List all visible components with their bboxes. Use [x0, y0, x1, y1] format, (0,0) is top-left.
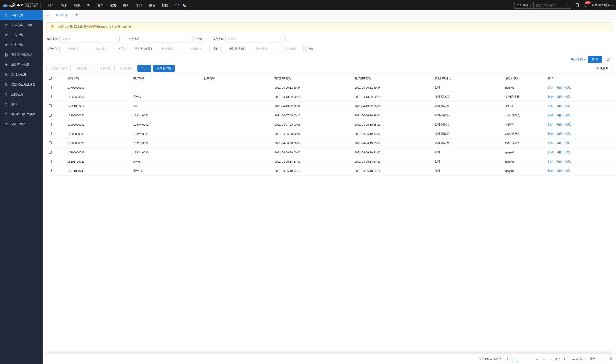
row-checkbox[interactable]: [49, 104, 52, 107]
pager-next[interactable]: >: [562, 356, 568, 362]
search-combo[interactable]: 手机号码: [514, 2, 571, 9]
op-assign[interactable]: 分配: [556, 150, 562, 154]
top-nav-item[interactable]: 线索: [71, 0, 84, 10]
op-assign[interactable]: 分配: [556, 113, 562, 117]
top-nav-item[interactable]: IM: [84, 0, 94, 10]
batch-claim-button[interactable]: 批量领取: [96, 65, 115, 72]
op-claim[interactable]: 领取: [565, 123, 571, 127]
op-delete[interactable]: 删除: [548, 123, 553, 127]
null-admin-region[interactable]: 空值: [194, 36, 204, 42]
op-claim[interactable]: 领取: [565, 113, 571, 117]
top-nav-item[interactable]: 客服: [58, 0, 71, 10]
search-type-select[interactable]: 手机号码: [515, 2, 534, 8]
op-delete[interactable]: 删除: [548, 86, 553, 90]
tab-list-icon[interactable]: [44, 13, 51, 17]
op-claim[interactable]: 领取: [565, 169, 571, 173]
op-assign[interactable]: 分配: [556, 160, 562, 164]
op-claim[interactable]: 领取: [565, 104, 571, 108]
op-assign[interactable]: 分配: [556, 141, 562, 145]
sidebar-item[interactable]: 测试昨日回库数据: [0, 109, 43, 119]
row-checkbox[interactable]: [49, 151, 52, 154]
op-assign[interactable]: 分配: [556, 86, 562, 90]
null-recent-call[interactable]: 空值: [305, 46, 315, 52]
top-nav-item[interactable]: 数据: [158, 0, 171, 10]
op-delete[interactable]: 删除: [548, 160, 553, 164]
top-nav-item[interactable]: 客户: [94, 0, 107, 10]
pager-page[interactable]: 4: [534, 356, 540, 362]
row-checkbox[interactable]: [49, 160, 52, 163]
sidebar-item[interactable]: 全部公海2: [0, 119, 43, 129]
select-admin-region[interactable]: [141, 36, 193, 42]
op-claim[interactable]: 领取: [565, 141, 571, 145]
pager-prev[interactable]: <: [504, 356, 510, 362]
select-abandon-type[interactable]: 请选择: [225, 36, 286, 42]
batch-delete-button[interactable]: 批量删除: [117, 65, 135, 72]
pager-page[interactable]: 3: [526, 356, 533, 362]
pager-last-page[interactable]: 6882: [554, 356, 560, 362]
notification-icon[interactable]: 99+: [583, 3, 589, 8]
sidebar-item[interactable]: 五月天公海: [0, 70, 43, 80]
op-delete[interactable]: 删除: [548, 95, 553, 99]
range-recent-call[interactable]: 开始日期~结束日期: [248, 46, 304, 52]
op-claim[interactable]: 领取: [565, 95, 571, 99]
user-menu[interactable]: 机构管理员: [592, 3, 613, 7]
op-claim[interactable]: 领取: [565, 160, 571, 164]
row-checkbox[interactable]: [49, 169, 52, 172]
assign-manager-button[interactable]: 分配客户经理: [46, 65, 71, 72]
search-input[interactable]: [534, 2, 564, 8]
sidebar-item[interactable]: 全部公海: [0, 10, 43, 20]
pager-page[interactable]: 2: [519, 356, 525, 362]
sidebar-item[interactable]: 测试: [0, 99, 43, 109]
query-button[interactable]: 查 询: [588, 56, 602, 63]
op-delete[interactable]: 删除: [548, 104, 553, 108]
pager-jump-input[interactable]: [598, 356, 607, 362]
row-checkbox[interactable]: [49, 95, 52, 98]
top-nav-item[interactable]: 推广: [45, 0, 58, 10]
sidebar-item[interactable]: 消防公海: [0, 90, 43, 99]
sidebar-item[interactable]: 自定义公海分组: [0, 50, 43, 60]
sidebar-item[interactable]: 注安公海: [0, 40, 43, 50]
sidebar-item[interactable]: 非成交客户公海: [0, 20, 43, 30]
null-abandon-time[interactable]: 空值: [117, 46, 127, 52]
tab-add-button[interactable]: +: [72, 12, 81, 17]
op-assign[interactable]: 分配: [556, 132, 562, 136]
null-create-time[interactable]: 空值: [211, 46, 221, 52]
op-delete[interactable]: 删除: [548, 113, 553, 117]
pager-page[interactable]: 5: [541, 356, 547, 362]
add-user-icon[interactable]: [174, 3, 179, 8]
op-assign[interactable]: 分配: [556, 123, 562, 127]
top-nav-item[interactable]: 学服: [133, 0, 146, 10]
row-checkbox[interactable]: [49, 141, 52, 144]
row-checkbox[interactable]: [49, 123, 52, 126]
op-claim[interactable]: 领取: [565, 86, 571, 90]
op-assign[interactable]: 分配: [556, 104, 562, 108]
op-assign[interactable]: 分配: [556, 95, 562, 99]
sidebar-item[interactable]: 自定义公海过滤器: [0, 80, 43, 90]
select-friend-source[interactable]: 请选择: [59, 36, 120, 42]
pager-size-select[interactable]: 10 条/页: [570, 356, 588, 362]
op-claim[interactable]: 领取: [565, 132, 571, 136]
export-plain-button[interactable]: 不加密导出: [153, 65, 175, 72]
checkbox-all[interactable]: [49, 77, 52, 80]
op-delete[interactable]: 删除: [548, 141, 553, 145]
phone-icon[interactable]: [182, 3, 187, 8]
sidebar-item[interactable]: 二咨公海: [0, 30, 43, 40]
search-button[interactable]: [564, 2, 571, 8]
expand-filters-link[interactable]: 展开条件: [571, 57, 586, 61]
op-delete[interactable]: 删除: [548, 132, 553, 136]
op-claim[interactable]: 领取: [565, 150, 571, 154]
row-checkbox[interactable]: [49, 114, 52, 117]
op-assign[interactable]: 分配: [556, 169, 562, 173]
top-nav-item[interactable]: 公海: [107, 0, 120, 10]
tab-all-pool[interactable]: 全部公海: [51, 10, 72, 20]
range-abandon-time[interactable]: 开始日期~结束日期: [59, 46, 115, 52]
row-checkbox[interactable]: [49, 132, 52, 135]
pager-page[interactable]: 1: [512, 356, 518, 362]
set-columns-button[interactable]: 设置列: [592, 65, 612, 72]
op-delete[interactable]: 删除: [548, 169, 553, 173]
row-checkbox[interactable]: [49, 86, 52, 89]
refresh-button[interactable]: [604, 56, 612, 63]
top-nav-item[interactable]: 报名: [146, 0, 158, 10]
range-create-time[interactable]: 开始日期~结束日期: [154, 46, 209, 52]
export-button[interactable]: 导 出: [137, 65, 151, 72]
